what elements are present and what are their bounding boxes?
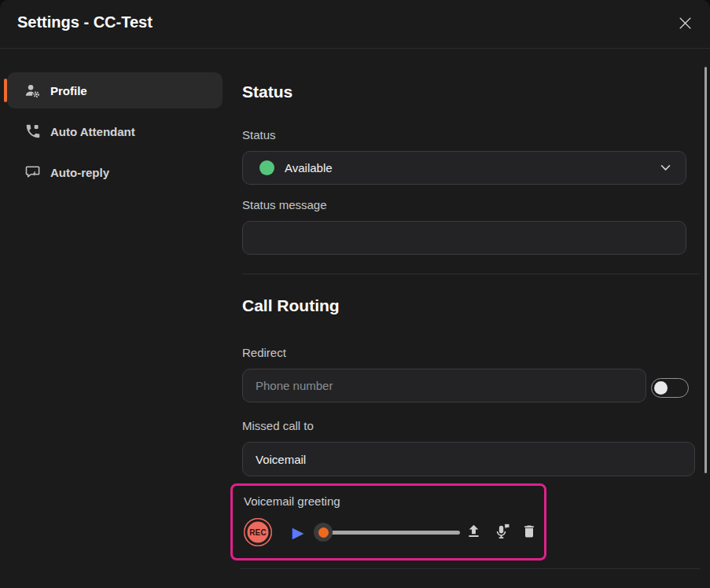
upload-icon <box>465 523 482 542</box>
slider-thumb[interactable] <box>314 523 333 542</box>
redirect-phone-input[interactable] <box>243 369 646 402</box>
dialog-title: Settings - CC-Test <box>17 13 153 31</box>
sidebar-item-label: Profile <box>50 84 87 97</box>
missed-call-field-wrap <box>242 442 695 476</box>
delete-greeting-button[interactable] <box>518 521 540 543</box>
record-greeting-button[interactable]: REC <box>244 518 272 546</box>
dialog-header: Settings - CC-Test <box>0 0 710 49</box>
close-button[interactable] <box>673 13 697 36</box>
redirect-label: Redirect <box>242 346 286 359</box>
sidebar-item-label: Auto-reply <box>50 166 109 179</box>
status-message-field-wrap <box>242 221 686 255</box>
text-to-speech-greeting-button[interactable] <box>491 521 513 543</box>
voicemail-greeting-label: Voicemail greeting <box>244 494 340 508</box>
missed-call-to-input[interactable] <box>243 443 694 476</box>
vertical-scrollbar[interactable] <box>704 67 707 473</box>
chat-bolt-icon <box>24 164 42 182</box>
missed-call-to-label: Missed call to <box>242 419 314 432</box>
status-available-dot-icon <box>259 160 274 175</box>
status-section-heading: Status <box>242 83 292 101</box>
status-select[interactable]: Available <box>242 151 686 185</box>
greeting-playback-slider[interactable] <box>314 521 460 543</box>
rec-badge: REC <box>249 528 267 537</box>
sidebar-item-profile[interactable]: Profile <box>7 72 223 108</box>
call-routing-heading: Call Routing <box>242 296 340 315</box>
play-icon: ▶ <box>292 524 304 542</box>
person-gear-icon <box>24 82 42 100</box>
sidebar-item-auto-attendant[interactable]: Auto Attendant <box>7 114 223 149</box>
redirect-toggle[interactable] <box>651 378 689 398</box>
play-greeting-button[interactable]: ▶ <box>288 521 308 543</box>
upload-greeting-button[interactable] <box>462 521 484 543</box>
phone-icon <box>24 123 42 141</box>
sidebar-item-auto-reply[interactable]: Auto-reply <box>7 155 223 189</box>
close-icon <box>679 17 692 32</box>
status-select-value: Available <box>285 161 333 175</box>
status-label: Status <box>242 128 276 141</box>
section-divider <box>240 568 700 569</box>
toggle-knob <box>654 381 668 395</box>
mic-speech-bubble-icon <box>493 522 511 542</box>
slider-track[interactable] <box>325 531 460 535</box>
status-message-input[interactable] <box>243 222 686 254</box>
chevron-down-icon <box>660 164 671 171</box>
redirect-field-wrap <box>242 369 646 402</box>
settings-dialog: Settings - CC-Test Profile Auto Atte <box>0 0 710 588</box>
sidebar-item-label: Auto Attendant <box>50 125 135 138</box>
trash-icon <box>521 524 537 542</box>
section-divider <box>242 274 700 274</box>
status-message-label: Status message <box>242 198 327 211</box>
